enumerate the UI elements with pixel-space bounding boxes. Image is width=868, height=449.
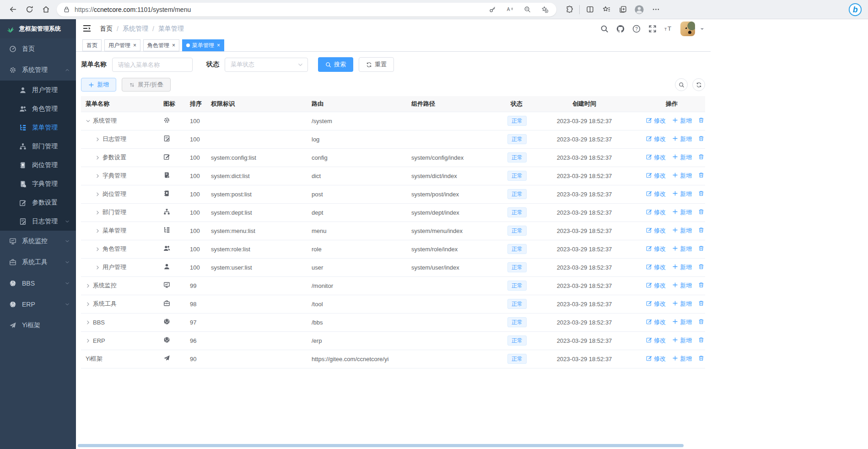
sidebar-item-0[interactable]: 首页 xyxy=(0,38,76,60)
status-select[interactable]: 菜单状态 xyxy=(225,58,308,72)
edit-link[interactable]: 修改 xyxy=(646,245,666,253)
delete-link[interactable]: 删除 xyxy=(698,281,705,290)
sidebar-item-10[interactable]: 系统监控 xyxy=(0,231,76,252)
help-button[interactable]: ? xyxy=(632,25,641,33)
delete-link[interactable]: 删除 xyxy=(698,117,705,125)
delete-link[interactable]: 删除 xyxy=(698,263,705,271)
add-link[interactable]: 新增 xyxy=(672,172,692,180)
close-tab-icon[interactable]: × xyxy=(217,42,220,49)
row-expand-chevron-right-icon[interactable] xyxy=(95,264,102,271)
add-link[interactable]: 新增 xyxy=(672,227,692,235)
read-aloud-button[interactable]: A xyxy=(502,3,517,16)
edit-link[interactable]: 修改 xyxy=(646,300,666,308)
browser-menu-button[interactable] xyxy=(647,2,664,17)
expand-collapse-button[interactable]: 展开/折叠 xyxy=(122,78,171,92)
delete-link[interactable]: 删除 xyxy=(698,227,705,235)
delete-link[interactable]: 删除 xyxy=(698,336,705,345)
zoom-out-button[interactable] xyxy=(520,3,534,16)
edit-link[interactable]: 修改 xyxy=(646,355,666,363)
browser-refresh-button[interactable] xyxy=(21,2,38,17)
row-expand-chevron-right-icon[interactable] xyxy=(86,319,93,326)
edit-link[interactable]: 修改 xyxy=(646,135,666,143)
sidebar-item-4[interactable]: 菜单管理 xyxy=(0,118,76,137)
header-search-button[interactable] xyxy=(600,25,609,33)
menu-name-input[interactable] xyxy=(112,58,193,72)
collapse-sidebar-button[interactable] xyxy=(82,24,92,34)
edit-link[interactable]: 修改 xyxy=(646,281,666,290)
sidebar-item-2[interactable]: 用户管理 xyxy=(0,81,76,99)
add-link[interactable]: 新增 xyxy=(672,135,692,143)
edit-link[interactable]: 修改 xyxy=(646,336,666,345)
breadcrumb-item-0[interactable]: 首页 xyxy=(100,25,113,33)
add-link[interactable]: 新增 xyxy=(672,208,692,216)
add-link[interactable]: 新增 xyxy=(672,263,692,271)
row-expand-chevron-right-icon[interactable] xyxy=(86,300,93,308)
delete-link[interactable]: 删除 xyxy=(698,318,705,326)
sidebar-item-8[interactable]: 参数设置 xyxy=(0,193,76,212)
password-key-button[interactable] xyxy=(485,3,500,16)
delete-link[interactable]: 删除 xyxy=(698,355,705,363)
sidebar-item-9[interactable]: 日志管理 xyxy=(0,212,76,231)
add-favorite-button[interactable] xyxy=(537,3,552,16)
add-link[interactable]: 新增 xyxy=(672,117,692,125)
breadcrumb-item-1[interactable]: 系统管理 xyxy=(123,25,148,33)
github-button[interactable] xyxy=(616,25,625,33)
row-expand-chevron-right-icon[interactable] xyxy=(95,190,102,198)
delete-link[interactable]: 删除 xyxy=(698,135,705,143)
sidebar-item-11[interactable]: 系统工具 xyxy=(0,252,76,273)
toggle-search-button[interactable] xyxy=(675,78,688,91)
scrollbar-thumb[interactable] xyxy=(78,444,684,447)
fullscreen-button[interactable] xyxy=(648,25,657,33)
delete-link[interactable]: 删除 xyxy=(698,300,705,308)
sidebar-item-14[interactable]: Yi框架 xyxy=(0,315,76,336)
edit-link[interactable]: 修改 xyxy=(646,153,666,162)
edit-link[interactable]: 修改 xyxy=(646,172,666,180)
row-expand-chevron-right-icon[interactable] xyxy=(95,172,102,179)
tab-2[interactable]: 角色管理 × xyxy=(143,39,179,51)
edit-link[interactable]: 修改 xyxy=(646,318,666,326)
split-screen-button[interactable] xyxy=(582,2,598,17)
collections-button[interactable] xyxy=(615,2,631,17)
row-expand-chevron-right-icon[interactable] xyxy=(95,154,102,161)
sidebar-item-3[interactable]: 角色管理 xyxy=(0,99,76,118)
reset-button[interactable]: 重置 xyxy=(359,57,394,72)
add-link[interactable]: 新增 xyxy=(672,336,692,345)
sidebar-item-1[interactable]: 系统管理 xyxy=(0,60,76,81)
edit-link[interactable]: 修改 xyxy=(646,190,666,198)
search-button[interactable]: 搜索 xyxy=(318,57,353,72)
row-expand-chevron-down-icon[interactable] xyxy=(86,117,93,124)
row-expand-chevron-right-icon[interactable] xyxy=(95,245,102,253)
delete-link[interactable]: 删除 xyxy=(698,208,705,216)
extensions-button[interactable] xyxy=(561,2,577,17)
add-link[interactable]: 新增 xyxy=(672,190,692,198)
close-tab-icon[interactable]: × xyxy=(133,42,136,49)
delete-link[interactable]: 删除 xyxy=(698,245,705,253)
font-size-button[interactable]: TT xyxy=(664,25,673,33)
row-expand-chevron-right-icon[interactable] xyxy=(95,135,102,143)
edit-link[interactable]: 修改 xyxy=(646,227,666,235)
sidebar-item-5[interactable]: 部门管理 xyxy=(0,137,76,156)
add-button[interactable]: 新增 xyxy=(81,78,116,92)
tab-3[interactable]: 菜单管理 × xyxy=(182,39,224,51)
bing-sidebar-button[interactable]: b xyxy=(847,2,863,17)
address-bar[interactable]: https://ccnetcore.com:1101/system/menu A xyxy=(57,3,556,16)
refresh-table-button[interactable] xyxy=(692,78,705,91)
add-link[interactable]: 新增 xyxy=(672,355,692,363)
tab-1[interactable]: 用户管理 × xyxy=(104,39,140,51)
favorites-button[interactable] xyxy=(598,2,615,17)
browser-home-button[interactable] xyxy=(38,2,54,17)
browser-profile-button[interactable] xyxy=(631,2,647,17)
sidebar-item-12[interactable]: BBS xyxy=(0,273,76,294)
tab-0[interactable]: 首页 xyxy=(82,39,102,51)
horizontal-scrollbar[interactable] xyxy=(76,444,711,448)
browser-back-button[interactable] xyxy=(5,2,21,17)
add-link[interactable]: 新增 xyxy=(672,281,692,290)
sidebar-item-6[interactable]: 岗位管理 xyxy=(0,156,76,174)
edit-link[interactable]: 修改 xyxy=(646,208,666,216)
row-expand-chevron-right-icon[interactable] xyxy=(86,282,93,289)
close-tab-icon[interactable]: × xyxy=(172,42,175,49)
delete-link[interactable]: 删除 xyxy=(698,153,705,162)
delete-link[interactable]: 删除 xyxy=(698,190,705,198)
row-expand-chevron-right-icon[interactable] xyxy=(95,209,102,216)
avatar-dropdown-caret-icon[interactable] xyxy=(700,27,704,31)
